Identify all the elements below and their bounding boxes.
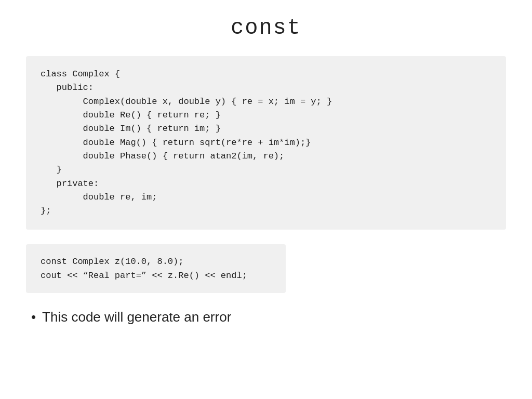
bullet-text: This code will generate an error [42, 309, 231, 326]
bullet-item: • This code will generate an error [26, 309, 506, 326]
page-title: const [26, 16, 506, 41]
code-block-class: class Complex { public: Complex(double x… [26, 56, 506, 230]
code-block-usage: const Complex z(10.0, 8.0); cout << “Rea… [26, 244, 286, 293]
bullet-dot: • [31, 309, 36, 326]
